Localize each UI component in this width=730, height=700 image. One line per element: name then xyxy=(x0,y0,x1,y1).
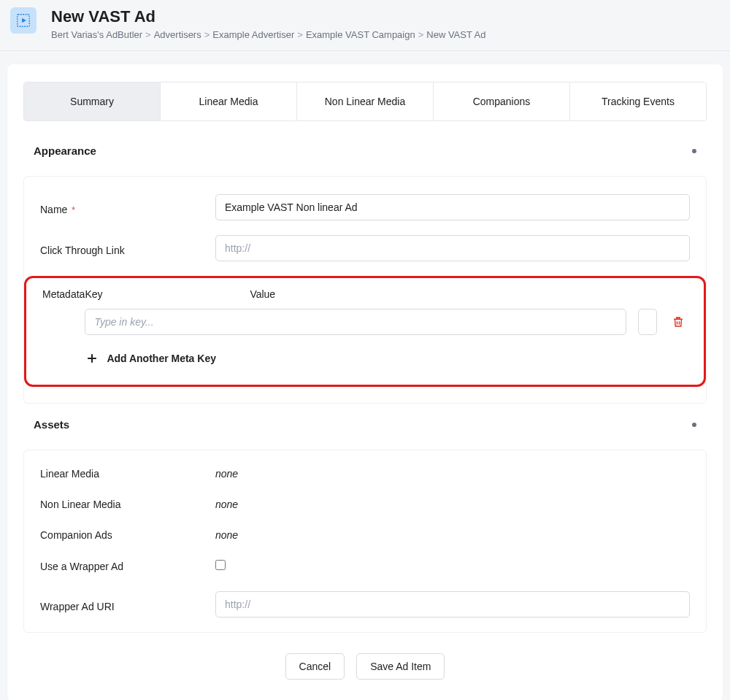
row-companion-ads: Companion Ads none xyxy=(40,529,690,541)
name-label: Name xyxy=(40,204,67,215)
required-icon: * xyxy=(72,205,75,215)
tab-linear-media[interactable]: Linear Media xyxy=(161,82,297,120)
main-card: Summary Linear Media Non Linear Media Co… xyxy=(7,64,723,700)
wrapper-uri-label: Wrapper Ad URI xyxy=(40,596,215,612)
click-through-input[interactable] xyxy=(215,235,690,261)
nonlinear-media-label: Non Linear Media xyxy=(40,499,215,510)
linear-media-value: none xyxy=(215,468,690,480)
tab-summary[interactable]: Summary xyxy=(24,82,161,120)
meta-value-column-label: Value xyxy=(250,288,651,300)
form-actions: Cancel Save Ad Item xyxy=(23,653,707,680)
page-title: New VAST Ad xyxy=(51,7,485,26)
tab-tracking-events[interactable]: Tracking Events xyxy=(570,82,706,120)
breadcrumb-item[interactable]: New VAST Ad xyxy=(426,29,485,40)
chevron-right-icon: > xyxy=(145,29,151,40)
row-click-through: Click Through Link xyxy=(40,235,690,261)
row-wrapper-ad: Use a Wrapper Ad xyxy=(40,560,690,572)
row-nonlinear-media: Non Linear Media none xyxy=(40,499,690,510)
click-through-label: Click Through Link xyxy=(40,245,125,256)
chevron-right-icon: > xyxy=(297,29,303,40)
meta-value-input[interactable] xyxy=(638,309,657,335)
section-header-appearance[interactable]: Appearance xyxy=(23,137,707,164)
companion-ads-label: Companion Ads xyxy=(40,529,215,541)
add-meta-label: Add Another Meta Key xyxy=(107,353,216,364)
breadcrumb-item[interactable]: Example VAST Campaign xyxy=(306,29,415,40)
breadcrumb-item[interactable]: Example Advertiser xyxy=(212,29,294,40)
topbar: New VAST Ad Bert Varias's AdButler > Adv… xyxy=(0,0,730,51)
tab-non-linear-media[interactable]: Non Linear Media xyxy=(297,82,434,120)
app-icon xyxy=(10,7,36,34)
metadata-label: Metadata xyxy=(42,288,85,300)
chevron-right-icon: > xyxy=(418,29,424,40)
save-button[interactable]: Save Ad Item xyxy=(356,653,445,680)
assets-panel: Linear Media none Non Linear Media none … xyxy=(23,450,707,633)
section-title: Appearance xyxy=(34,145,96,157)
add-meta-button[interactable]: Add Another Meta Key xyxy=(85,348,216,369)
collapse-dot-icon xyxy=(692,149,696,153)
breadcrumb-item[interactable]: Bert Varias's AdButler xyxy=(51,29,142,40)
row-linear-media: Linear Media none xyxy=(40,468,690,480)
linear-media-label: Linear Media xyxy=(40,468,215,480)
collapse-dot-icon xyxy=(692,423,696,427)
tab-companions[interactable]: Companions xyxy=(434,82,570,120)
metadata-highlight: Metadata Key Value xyxy=(24,276,706,387)
trash-icon xyxy=(672,315,685,328)
row-name: Name * xyxy=(40,194,690,220)
meta-key-column-label: Key xyxy=(85,288,238,300)
delete-meta-button[interactable] xyxy=(669,312,688,331)
breadcrumb: Bert Varias's AdButler > Advertisers > E… xyxy=(51,29,485,40)
meta-key-input[interactable] xyxy=(85,309,626,335)
plus-icon xyxy=(85,351,99,366)
section-title: Assets xyxy=(34,418,69,431)
companion-ads-value: none xyxy=(215,529,690,541)
cancel-button[interactable]: Cancel xyxy=(285,653,345,680)
section-header-assets[interactable]: Assets xyxy=(23,411,707,438)
appearance-panel: Name * Click Through Link xyxy=(23,176,707,404)
row-wrapper-uri: Wrapper Ad URI xyxy=(40,591,690,618)
chevron-right-icon: > xyxy=(204,29,210,40)
wrapper-ad-checkbox[interactable] xyxy=(215,560,226,570)
wrapper-uri-input[interactable] xyxy=(215,591,690,618)
breadcrumb-item[interactable]: Advertisers xyxy=(154,29,201,40)
wrapper-ad-label: Use a Wrapper Ad xyxy=(40,561,215,572)
nonlinear-media-value: none xyxy=(215,499,690,510)
name-input[interactable] xyxy=(215,194,690,220)
tabs: Summary Linear Media Non Linear Media Co… xyxy=(23,82,707,121)
